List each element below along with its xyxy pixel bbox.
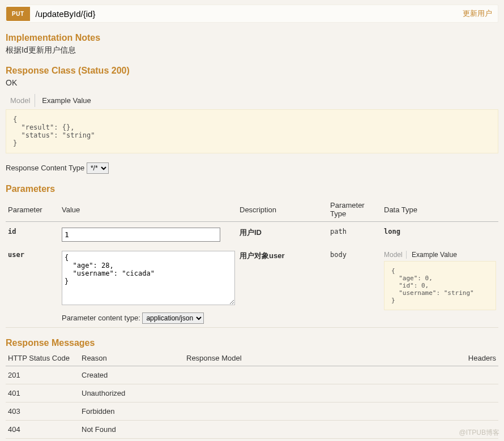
param-data-type: long — [382, 222, 498, 246]
table-row: 404Not Found — [6, 421, 498, 439]
response-messages-table: HTTP Status Code Reason Response Model H… — [6, 350, 498, 439]
response-class-status: OK — [6, 78, 498, 87]
param-row: user Parameter content type: application… — [6, 245, 498, 328]
param-name: user — [6, 245, 59, 328]
parameters-table: Parameter Value Description Parameter Ty… — [6, 198, 498, 328]
th-headers: Headers — [447, 350, 498, 366]
impl-notes-title: Implementation Notes — [6, 33, 498, 43]
response-messages-title: Response Messages — [6, 338, 498, 348]
table-row: 201Created — [6, 366, 498, 384]
impl-notes-text: 根据Id更新用户信息 — [6, 45, 498, 55]
table-row: 403Forbidden — [6, 403, 498, 421]
param-model-example[interactable]: { "age": 0, "id": 0, "username": "string… — [384, 261, 496, 310]
th-param-type: Parameter Type — [328, 198, 382, 222]
th-status-code: HTTP Status Code — [6, 350, 79, 366]
th-data-type: Data Type — [382, 198, 498, 222]
param-value-input[interactable] — [62, 228, 220, 242]
param-type: body — [328, 245, 382, 328]
response-content-type-select[interactable]: */* — [87, 162, 109, 174]
param-description: 用户对象user — [237, 245, 328, 328]
http-method-badge: PUT — [6, 7, 30, 21]
response-class-title: Response Class (Status 200) — [6, 66, 498, 76]
param-type: path — [328, 222, 382, 246]
th-parameter: Parameter — [6, 198, 59, 222]
tab-example-value[interactable]: Example Value — [37, 94, 95, 107]
param-description: 用户ID — [237, 222, 328, 246]
tab-model[interactable]: Model — [384, 251, 407, 259]
param-content-type-select[interactable]: application/json — [142, 312, 204, 324]
watermark: @ITPUB博客 — [459, 428, 499, 438]
operation-header[interactable]: PUT /updateById/{id} 更新用户 — [6, 5, 498, 23]
example-value-code[interactable]: { "result": {}, "status": "string" } — [6, 109, 498, 153]
th-description: Description — [237, 198, 328, 222]
endpoint-summary: 更新用户 — [457, 5, 498, 22]
parameters-title: Parameters — [6, 184, 498, 194]
tab-example-value[interactable]: Example Value — [408, 251, 457, 259]
response-content-type-label: Response Content Type — [6, 164, 84, 172]
th-reason: Reason — [79, 350, 184, 366]
th-value: Value — [59, 198, 237, 222]
response-schema-tabs: Model Example Value — [6, 94, 498, 107]
param-name: id — [6, 222, 59, 246]
param-value-textarea[interactable] — [62, 251, 235, 305]
th-response-model: Response Model — [184, 350, 447, 366]
endpoint-path: /updateById/{id} — [30, 6, 458, 22]
tab-model[interactable]: Model — [6, 94, 35, 107]
param-row: id 用户ID path long — [6, 222, 498, 246]
param-content-type-label: Parameter content type: — [62, 314, 140, 322]
table-row: 401Unauthorized — [6, 384, 498, 403]
